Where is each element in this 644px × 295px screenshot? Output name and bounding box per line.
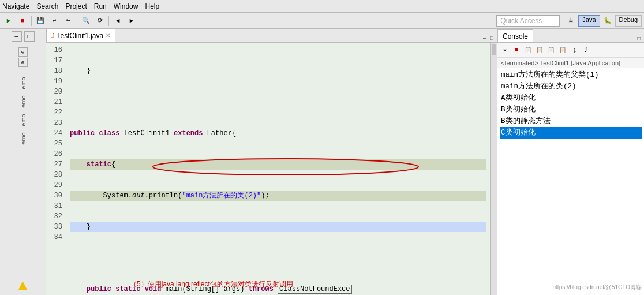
code-line-21: }: [70, 222, 486, 232]
watermark: https://blog.csdn.net/@51CTO博客: [553, 283, 642, 292]
undo-button[interactable]: ↩: [48, 14, 61, 27]
clear-console-btn[interactable]: ✕: [500, 45, 510, 55]
menu-search[interactable]: Search: [36, 2, 58, 10]
editor-tab-controls: — □: [482, 35, 497, 42]
console-output-line-5: B类的静态方法: [500, 115, 642, 127]
editor-tab-label: TestClinit1.java: [57, 32, 104, 40]
console-tab[interactable]: Console: [497, 29, 533, 42]
code-line-17: [70, 97, 486, 107]
quick-access-label: Quick Access: [500, 17, 542, 25]
debug-icon: 🐛: [601, 14, 614, 27]
console-output: main方法所在的类的父类(1) main方法所在的类(2) A类初始化 B类初…: [497, 68, 644, 295]
console-tool-6[interactable]: 📋: [557, 45, 568, 55]
console-toolbar: ✕ ■ 📋 📋 📋 📋 ⤵ ⤴: [497, 43, 644, 58]
code-line-16: }: [70, 66, 486, 76]
console-output-line-6: C类初始化: [500, 127, 642, 139]
sidebar-label-4: emo: [20, 132, 27, 144]
sidebar-icon-2[interactable]: ⊕: [18, 58, 28, 67]
console-tool-3[interactable]: 📋: [523, 45, 533, 55]
editor-tab-main[interactable]: J TestClinit1.java ✕: [46, 29, 115, 42]
sidebar-icon-1[interactable]: ⊕: [18, 47, 28, 57]
editor-tab-bar: J TestClinit1.java ✕ — □: [46, 29, 497, 43]
sidebar-top-icons: — □: [12, 31, 35, 42]
search-button[interactable]: 🔍: [80, 14, 92, 27]
console-tool-8[interactable]: ⤴: [581, 45, 591, 55]
sidebar-label-1: emo: [20, 77, 27, 89]
menu-bar: Navigate Search Project Run Window Help: [0, 0, 644, 13]
redo-button[interactable]: ↪: [62, 14, 74, 27]
separator-2: [77, 16, 77, 26]
main-area: — □ ⊕ ⊕ emo emo emo emo J: [0, 29, 644, 295]
prev-button[interactable]: ◀: [111, 14, 124, 27]
console-tool-5[interactable]: 📋: [546, 45, 556, 55]
code-line-20: System.out.println("main方法所在的类(2)");: [70, 191, 486, 201]
code-line-22: [70, 253, 486, 263]
console-panel: Console — □ ✕ ■ 📋 📋 📋 📋 ⤵ ⤴ <terminated>…: [497, 29, 644, 295]
editor-area: J TestClinit1.java ✕ — □ 16 17 18 19 20 …: [46, 29, 497, 295]
console-tab-bar: Console — □: [497, 29, 644, 43]
separator-1: [31, 16, 32, 26]
editor-tab-close[interactable]: ✕: [106, 32, 110, 39]
console-tool-4[interactable]: 📋: [534, 45, 545, 55]
annotation-text: （5）使用java.lang.reflect包的方法对类进行反射调用: [130, 279, 293, 289]
run-button[interactable]: ▶: [2, 14, 15, 27]
menu-project[interactable]: Project: [65, 2, 87, 10]
sidebar-label-2: emo: [20, 95, 27, 107]
menu-run[interactable]: Run: [94, 2, 107, 10]
console-tab-controls: — □: [629, 36, 644, 42]
code-editor[interactable]: 16 17 18 19 20 21 22 23 24 25 26 27 28 2…: [46, 43, 497, 295]
console-maximize-btn[interactable]: □: [636, 36, 642, 42]
left-sidebar: — □ ⊕ ⊕ emo emo emo emo: [0, 29, 46, 295]
editor-scrollbar[interactable]: [490, 43, 497, 295]
sidebar-label-3: emo: [20, 114, 27, 126]
save-button[interactable]: 💾: [34, 14, 47, 27]
code-line-19: static{: [70, 159, 486, 170]
line-numbers: 16 17 18 19 20 21 22 23 24 25 26 27 28 2…: [46, 43, 66, 295]
perspective-buttons: ☕ Java 🐛 Debug: [564, 14, 642, 27]
menu-navigate[interactable]: Navigate: [2, 2, 29, 10]
warning-icon: [18, 281, 28, 290]
menu-help[interactable]: Help: [145, 2, 159, 10]
console-tool-7[interactable]: ⤵: [569, 45, 579, 55]
editor-minimize-btn[interactable]: —: [482, 35, 488, 42]
stop-console-btn[interactable]: ■: [511, 45, 522, 55]
console-output-line-4: B类初始化: [500, 104, 642, 115]
console-tab-label: Console: [503, 32, 528, 40]
toolbar: ▶ ■ 💾 ↩ ↪ 🔍 ⟳ ◀ ▶ Quick Access ☕ Java 🐛 …: [0, 13, 644, 29]
editor-maximize-btn[interactable]: □: [489, 35, 495, 42]
maximize-sidebar-btn[interactable]: □: [24, 31, 35, 42]
next-button[interactable]: ▶: [125, 14, 138, 27]
perspective-icon: ☕: [564, 14, 577, 27]
refresh-button[interactable]: ⟳: [93, 14, 106, 27]
editor-tab-icon: J: [51, 32, 55, 39]
console-minimize-btn[interactable]: —: [629, 36, 635, 42]
console-output-line-1: main方法所在的类的父类(1): [500, 69, 642, 81]
separator-3: [108, 16, 109, 26]
quick-access-box[interactable]: Quick Access: [496, 15, 560, 27]
app-window: Navigate Search Project Run Window Help …: [0, 0, 644, 295]
debug-perspective-btn[interactable]: Debug: [615, 15, 642, 27]
console-output-line-2: main方法所在的类(2): [500, 81, 642, 92]
java-perspective-btn[interactable]: Java: [578, 15, 600, 27]
minimize-sidebar-btn[interactable]: —: [12, 31, 22, 42]
stop-button[interactable]: ■: [16, 14, 29, 27]
menu-window[interactable]: Window: [114, 2, 138, 10]
code-content: } public class TestClinit1 extends Fathe…: [66, 43, 490, 295]
console-output-line-3: A类初始化: [500, 92, 642, 104]
code-line-18: public class TestClinit1 extends Father{: [70, 128, 486, 139]
console-status: <terminated> TestClinit1 [Java Applicati…: [497, 58, 644, 68]
